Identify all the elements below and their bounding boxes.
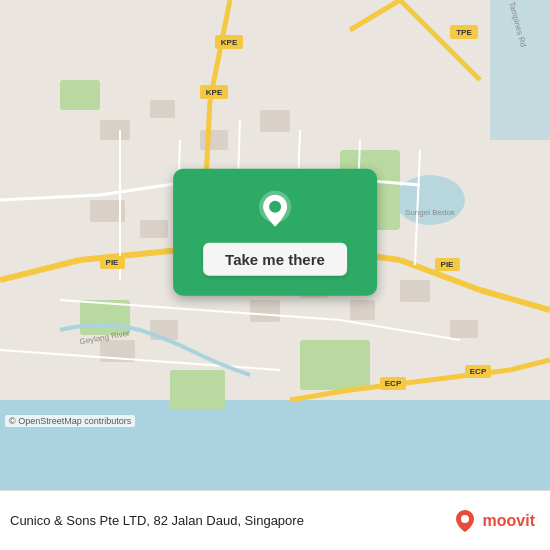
svg-rect-16: [250, 300, 280, 322]
svg-text:KPE: KPE: [221, 38, 238, 47]
svg-text:TPE: TPE: [456, 28, 472, 37]
svg-text:KPE: KPE: [206, 88, 223, 97]
green-card: Take me there: [173, 169, 377, 296]
location-info: Cunico & Sons Pte LTD, 82 Jalan Daud, Si…: [10, 513, 451, 528]
take-me-there-button[interactable]: Take me there: [203, 243, 347, 276]
map-container: KPE KPE TPE PIE PIE PIE ECP ECP Tampines…: [0, 0, 550, 490]
svg-rect-19: [400, 280, 430, 302]
moovit-pin-icon: [451, 507, 479, 535]
svg-rect-9: [100, 120, 130, 140]
svg-point-72: [269, 201, 281, 213]
svg-rect-11: [200, 130, 228, 150]
svg-text:PIE: PIE: [106, 258, 120, 267]
svg-rect-7: [300, 340, 370, 390]
moovit-text: moovit: [483, 512, 535, 530]
svg-rect-20: [450, 320, 478, 338]
svg-rect-18: [350, 300, 375, 320]
copyright-notice: © OpenStreetMap contributors: [5, 415, 135, 427]
svg-text:Sungei Bedok: Sungei Bedok: [405, 208, 456, 217]
svg-rect-10: [150, 100, 175, 118]
location-pin-icon: [253, 189, 297, 233]
svg-rect-5: [60, 80, 100, 110]
svg-point-73: [461, 515, 469, 523]
svg-rect-8: [170, 370, 225, 410]
location-text: Cunico & Sons Pte LTD, 82 Jalan Daud, Si…: [10, 513, 304, 528]
svg-text:ECP: ECP: [385, 379, 402, 388]
moovit-logo: moovit: [451, 507, 535, 535]
cta-overlay: Take me there: [173, 169, 377, 296]
svg-text:PIE: PIE: [441, 260, 455, 269]
bottom-bar: Cunico & Sons Pte LTD, 82 Jalan Daud, Si…: [0, 490, 550, 550]
svg-rect-12: [260, 110, 290, 132]
svg-text:ECP: ECP: [470, 367, 487, 376]
svg-rect-14: [140, 220, 168, 238]
svg-rect-1: [0, 400, 550, 490]
